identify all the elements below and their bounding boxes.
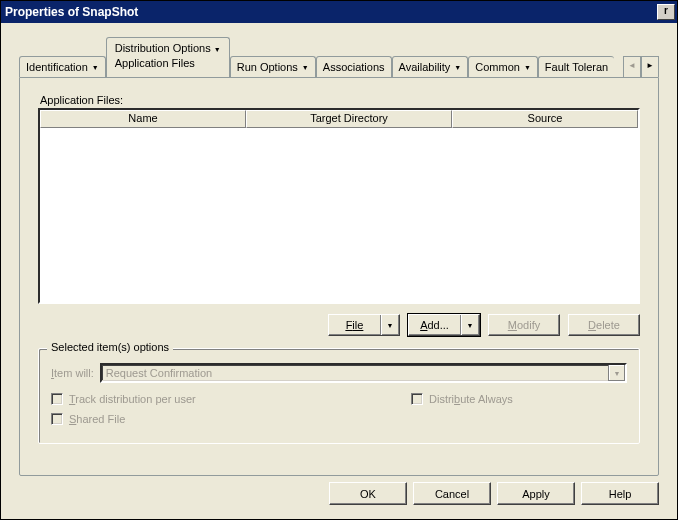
help-button[interactable]: Help (581, 482, 659, 505)
tab-label-line2: Application Files (115, 56, 221, 71)
combo-text: Request Confirmation (106, 367, 608, 379)
window-title: Properties of SnapShot (5, 5, 138, 19)
tab-associations[interactable]: Associations (316, 56, 392, 77)
ok-button[interactable]: OK (329, 482, 407, 505)
distribute-always-checkbox[interactable]: Distribute Always (411, 393, 513, 405)
titlebar: Properties of SnapShot r (1, 1, 677, 23)
file-dropdown-button[interactable]: File ▼ (328, 314, 400, 336)
delete-button[interactable]: Delete (568, 314, 640, 336)
close-button[interactable]: r (657, 4, 675, 20)
tab-common[interactable]: Common ▼ (468, 56, 538, 77)
apply-button[interactable]: Apply (497, 482, 575, 505)
chevron-down-icon: ▼ (214, 46, 221, 53)
chevron-down-icon: ▼ (92, 64, 99, 71)
checkbox-icon (411, 393, 423, 405)
group-legend: Selected item(s) options (47, 341, 173, 353)
client-area: Identification ▼ Distribution Options ▼ … (1, 23, 677, 519)
item-will-row: Item will: Request Confirmation ▼ (51, 363, 627, 383)
item-will-label: Item will: (51, 367, 94, 379)
chevron-down-icon: ▼ (454, 64, 461, 71)
tab-identification[interactable]: Identification ▼ (19, 56, 106, 77)
tab-strip: Identification ▼ Distribution Options ▼ … (19, 37, 659, 77)
column-name[interactable]: Name (40, 110, 246, 128)
tab-label: Fault Toleran (545, 61, 608, 73)
checkbox-row-2: Shared File (51, 413, 627, 425)
checkbox-label: Shared File (69, 413, 125, 425)
tab-label: Identification (26, 61, 88, 73)
tab-availability[interactable]: Availability ▼ (392, 56, 469, 77)
list-header: Name Target Directory Source (40, 110, 638, 128)
cancel-button[interactable]: Cancel (413, 482, 491, 505)
item-will-combo[interactable]: Request Confirmation ▼ (100, 363, 627, 383)
chevron-down-icon: ▼ (380, 315, 399, 335)
tab-page: Application Files: Name Target Directory… (19, 77, 659, 476)
chevron-down-icon: ▼ (608, 365, 625, 381)
tab-run-options[interactable]: Run Options ▼ (230, 56, 316, 77)
checkbox-row-1: Track distribution per user Distribute A… (51, 393, 627, 405)
checkbox-label: Distribute Always (429, 393, 513, 405)
list-body[interactable] (40, 128, 638, 302)
chevron-down-icon: ▼ (460, 315, 479, 335)
dialog-window: Properties of SnapShot r Identification … (0, 0, 678, 520)
column-source[interactable]: Source (452, 110, 638, 128)
track-distribution-checkbox[interactable]: Track distribution per user (51, 393, 351, 405)
application-files-list[interactable]: Name Target Directory Source (38, 108, 640, 304)
file-buttons-row: File ▼ Add... ▼ Modify Delete (38, 314, 640, 336)
tab-scroll-right[interactable]: ► (641, 56, 659, 77)
tab-fault-tolerance[interactable]: Fault Toleran (538, 56, 614, 77)
checkbox-label: Track distribution per user (69, 393, 196, 405)
dialog-buttons: OK Cancel Apply Help (19, 476, 659, 509)
shared-file-checkbox[interactable]: Shared File (51, 413, 125, 425)
tab-label: Common (475, 61, 520, 73)
application-files-label: Application Files: (40, 94, 640, 106)
add-dropdown-button[interactable]: Add... ▼ (408, 314, 480, 336)
checkbox-icon (51, 413, 63, 425)
tab-label: Associations (323, 61, 385, 73)
button-label: File (329, 319, 380, 331)
tab-label: Run Options (237, 61, 298, 73)
tab-distribution-options[interactable]: Distribution Options ▼ Application Files (106, 37, 230, 77)
modify-button[interactable]: Modify (488, 314, 560, 336)
tab-scroll-left[interactable]: ◄ (623, 56, 641, 77)
tab-label-line1: Distribution Options ▼ (115, 42, 221, 54)
tab-label: Availability (399, 61, 451, 73)
selected-items-options-group: Selected item(s) options Item will: Requ… (38, 348, 640, 444)
button-label: Add... (409, 319, 460, 331)
chevron-down-icon: ▼ (302, 64, 309, 71)
column-target-directory[interactable]: Target Directory (246, 110, 452, 128)
chevron-down-icon: ▼ (524, 64, 531, 71)
checkbox-icon (51, 393, 63, 405)
tab-scroll: ◄ ► (623, 37, 659, 76)
